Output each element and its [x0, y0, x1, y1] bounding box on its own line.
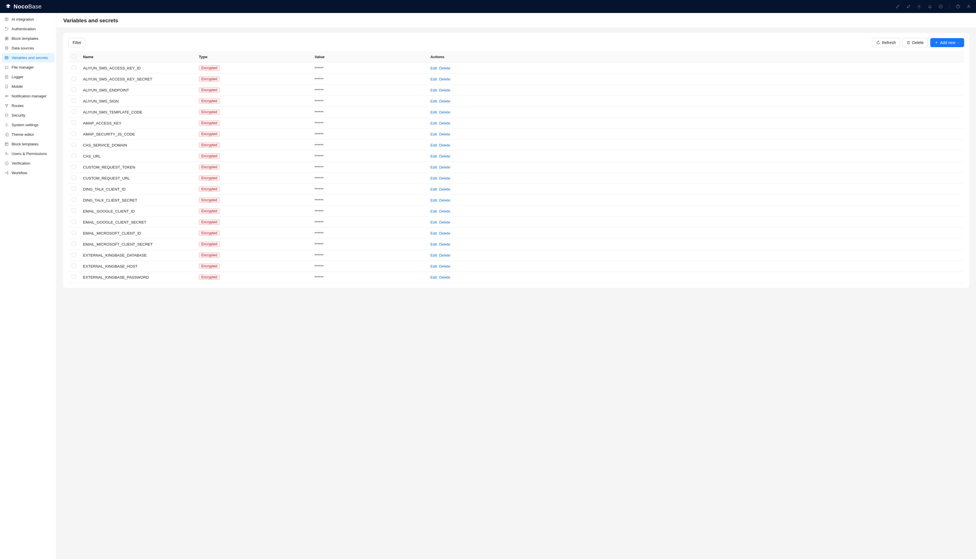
edit-link[interactable]: Edit [430, 165, 437, 169]
row-checkbox[interactable] [72, 77, 76, 81]
edit-link[interactable]: Edit [430, 264, 437, 268]
sidebar-item-logger[interactable]: Logger [2, 72, 55, 82]
clock-icon[interactable] [938, 4, 943, 9]
edit-link[interactable]: Edit [430, 88, 437, 92]
edit-link[interactable]: Edit [430, 66, 437, 70]
row-checkbox[interactable] [72, 208, 76, 213]
sidebar-item-file-manager[interactable]: File manager [2, 63, 55, 72]
logo[interactable]: NocoBase [5, 3, 42, 10]
row-checkbox[interactable] [72, 153, 76, 158]
select-all-checkbox[interactable] [72, 54, 76, 58]
delete-link[interactable]: Delete [439, 154, 450, 158]
delete-link[interactable]: Delete [439, 220, 450, 224]
delete-link[interactable]: Delete [439, 253, 450, 257]
cell-name: EXTERNAL_KINGBASE_PASSWORD [80, 272, 195, 283]
cell-value: ****** [311, 129, 427, 140]
delete-link[interactable]: Delete [439, 187, 450, 192]
row-checkbox[interactable] [72, 65, 76, 70]
delete-link[interactable]: Delete [439, 99, 450, 103]
delete-link[interactable]: Delete [439, 110, 450, 114]
add-new-button[interactable]: Add new [930, 38, 964, 47]
edit-link[interactable]: Edit [430, 132, 437, 136]
row-checkbox[interactable] [72, 187, 76, 191]
sidebar-item-notification-manager[interactable]: Notification manager [2, 92, 55, 101]
delete-link[interactable]: Delete [439, 88, 450, 92]
delete-link[interactable]: Delete [439, 165, 450, 169]
delete-link[interactable]: Delete [439, 143, 450, 147]
edit-link[interactable]: Edit [430, 110, 437, 114]
row-checkbox[interactable] [72, 275, 76, 279]
delete-link[interactable]: Delete [439, 66, 450, 70]
row-checkbox[interactable] [72, 242, 76, 246]
bell-icon[interactable] [928, 4, 932, 9]
sidebar-item-workflow[interactable]: Workflow [2, 168, 55, 178]
type-tag: Encrypted [199, 165, 220, 170]
row-checkbox[interactable] [72, 110, 76, 114]
cell-value: ****** [311, 63, 427, 74]
row-checkbox[interactable] [72, 220, 76, 224]
delete-link[interactable]: Delete [439, 77, 450, 81]
row-checkbox[interactable] [72, 165, 76, 169]
sidebar-item-theme-editor[interactable]: Theme editor [2, 130, 55, 139]
sidebar-item-block-templates-2[interactable]: Block templates [2, 140, 55, 149]
help-icon[interactable] [956, 4, 960, 9]
delete-button[interactable]: Delete [902, 38, 928, 47]
edit-link[interactable]: Edit [430, 77, 437, 81]
sidebar-item-system-settings[interactable]: System settings [2, 120, 55, 130]
edit-link[interactable]: Edit [430, 253, 437, 257]
sidebar-item-verification[interactable]: Verification [2, 158, 55, 168]
sidebar-item-mobile[interactable]: Mobile [2, 82, 55, 91]
chevron-down-icon [957, 41, 960, 44]
edit-link[interactable]: Edit [430, 187, 437, 192]
row-checkbox[interactable] [72, 143, 76, 147]
row-checkbox[interactable] [72, 253, 76, 257]
edit-icon[interactable] [896, 4, 900, 9]
sidebar-item-block-templates[interactable]: Block templates [2, 34, 55, 43]
sidebar-item-authentication[interactable]: Authentication [2, 24, 55, 33]
edit-link[interactable]: Edit [430, 220, 437, 224]
row-checkbox[interactable] [72, 198, 76, 202]
edit-link[interactable]: Edit [430, 231, 437, 235]
delete-link[interactable]: Delete [439, 132, 450, 136]
edit-link[interactable]: Edit [430, 198, 437, 202]
delete-link[interactable]: Delete [439, 264, 450, 268]
refresh-button[interactable]: Refresh [872, 38, 900, 47]
edit-link[interactable]: Edit [430, 99, 437, 103]
sidebar-item-label: Data sources [12, 46, 34, 50]
edit-link[interactable]: Edit [430, 275, 437, 280]
delete-link[interactable]: Delete [439, 275, 450, 280]
delete-link[interactable]: Delete [439, 231, 450, 235]
cell-name: AMAP_SECURITY_JS_CODE [80, 129, 195, 140]
sidebar-item-variables-and-secrets[interactable]: Variables and secrets [2, 53, 55, 62]
row-checkbox[interactable] [72, 120, 76, 125]
row-checkbox[interactable] [72, 231, 76, 235]
user-icon[interactable] [966, 4, 971, 9]
edit-link[interactable]: Edit [430, 154, 437, 158]
filter-button[interactable]: Filter [68, 38, 85, 47]
delete-link[interactable]: Delete [439, 242, 450, 247]
sidebar-item-label: Verification [12, 161, 30, 165]
svg-rect-8 [7, 39, 8, 40]
row-checkbox[interactable] [72, 263, 76, 268]
row-checkbox[interactable] [72, 175, 76, 180]
row-checkbox[interactable] [72, 132, 76, 136]
delete-link[interactable]: Delete [439, 209, 450, 213]
gear-icon[interactable] [917, 4, 921, 9]
edit-link[interactable]: Edit [430, 242, 437, 247]
edit-link[interactable]: Edit [430, 143, 437, 147]
sidebar-item-ai-integration[interactable]: AI integration [2, 15, 55, 24]
sidebar-item-users-permissions[interactable]: Users & Permissions [2, 149, 55, 158]
row-checkbox[interactable] [72, 88, 76, 92]
delete-link[interactable]: Delete [439, 198, 450, 202]
sidebar-item-routes[interactable]: Routes [2, 101, 55, 110]
delete-link[interactable]: Delete [439, 121, 450, 125]
svg-point-19 [5, 162, 8, 165]
sidebar-item-security[interactable]: Security [2, 111, 55, 120]
rocket-icon[interactable] [906, 4, 911, 9]
edit-link[interactable]: Edit [430, 209, 437, 213]
edit-link[interactable]: Edit [430, 176, 437, 180]
sidebar-item-data-sources[interactable]: Data sources [2, 43, 55, 53]
delete-link[interactable]: Delete [439, 176, 450, 180]
edit-link[interactable]: Edit [430, 121, 437, 125]
row-checkbox[interactable] [72, 98, 76, 103]
